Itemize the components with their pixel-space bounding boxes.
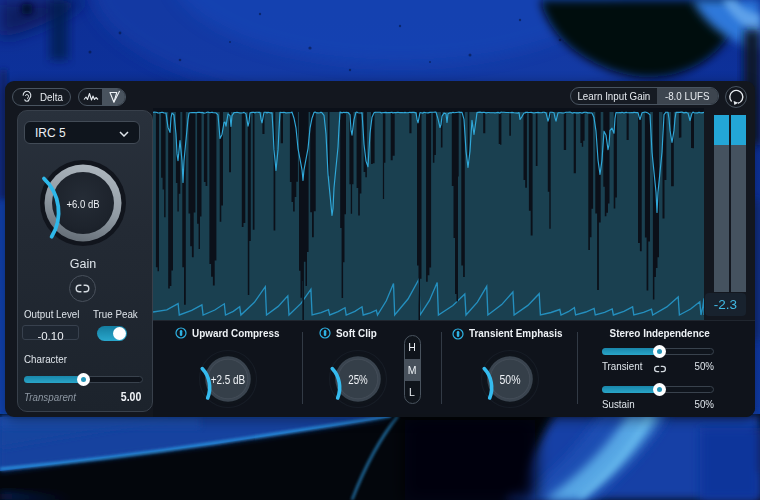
svg-text:50%: 50%: [500, 372, 521, 387]
svg-text:+2.5 dB: +2.5 dB: [211, 372, 246, 387]
svg-text:25%: 25%: [348, 372, 368, 387]
svg-text:+6.0 dB: +6.0 dB: [67, 198, 100, 210]
